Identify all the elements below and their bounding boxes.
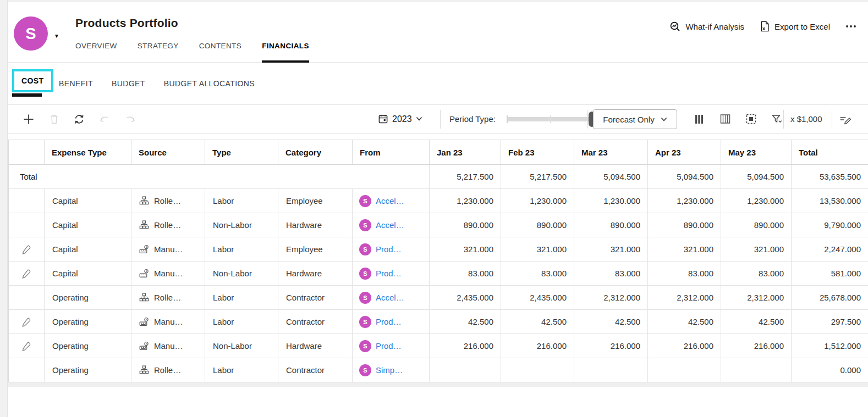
type-cell: Labor [205,237,278,261]
source-label: Rolle… [154,220,181,230]
value-cell-apr[interactable]: 216.000 [647,334,721,358]
tab-budget[interactable]: BUDGET [112,79,145,88]
header-apr-23[interactable]: Apr 23 [647,140,721,164]
edit-values-button[interactable] [839,105,852,133]
freeze-columns-button[interactable] [692,112,706,126]
value-cell-apr[interactable]: 321.000 [647,237,721,261]
value-cell-feb[interactable]: 42.500 [501,310,574,333]
value-cell-apr[interactable] [647,358,721,382]
from-link[interactable]: Accel… [376,196,404,205]
from-link[interactable]: Prod… [376,317,402,326]
row-edit-cell[interactable] [9,237,44,261]
value-cell-jan[interactable]: 890.000 [429,213,501,237]
value-cell-apr[interactable]: 890.000 [647,213,721,237]
header-jan-23[interactable]: Jan 23 [429,140,501,164]
from-link[interactable]: Accel… [376,293,404,302]
value-cell-jan[interactable]: 216.000 [429,334,501,358]
value-cell-mar[interactable]: 321.000 [574,237,647,261]
source-cell: Manu… [131,334,205,358]
value-cell-may[interactable]: 2,312.000 [721,286,791,309]
row-edit-cell[interactable] [9,262,44,285]
value-cell-jan[interactable]: 2,435.000 [429,286,501,309]
undo-button[interactable] [97,112,112,126]
value-cell-feb[interactable]: 2,435.000 [501,286,574,309]
header-expense-type[interactable]: Expense Type [44,140,131,164]
tab-benefit[interactable]: BENEFIT [59,79,93,88]
value-cell-feb[interactable] [501,358,574,382]
header-category[interactable]: Category [278,140,352,164]
value-cell-mar[interactable]: 83.000 [574,262,647,285]
refresh-button[interactable] [72,112,86,126]
value-cell-may[interactable]: 83.000 [721,262,791,285]
more-actions-button[interactable] [845,24,857,29]
from-link[interactable]: Accel… [376,220,404,230]
expense-type-cell: Operating [44,286,131,309]
header-actions: What-if Analysis x Export to Excel [669,20,857,32]
value-cell-apr[interactable]: 42.500 [647,310,721,333]
redo-button[interactable] [123,112,137,126]
row-edit-cell[interactable] [9,334,44,358]
value-cell-may[interactable]: 1,230.000 [721,189,791,213]
row-edit-cell[interactable] [9,358,44,382]
delete-row-button[interactable] [47,112,61,126]
from-link[interactable]: Prod… [376,269,402,278]
cell-selection-button[interactable] [744,112,758,126]
value-cell-jan[interactable]: 83.000 [429,262,501,285]
value-cell-feb[interactable]: 83.000 [501,262,574,285]
what-if-analysis-button[interactable]: What-if Analysis [669,21,744,32]
tab-cost[interactable]: COST [12,69,53,97]
row-edit-cell[interactable] [9,213,44,237]
from-link[interactable]: Prod… [376,244,402,254]
value-cell-feb[interactable]: 216.000 [501,334,574,358]
header-mar-23[interactable]: Mar 23 [574,140,647,164]
header-feb-23[interactable]: Feb 23 [501,140,574,164]
tab-strategy[interactable]: STRATEGY [138,42,179,51]
header-from[interactable]: From [352,140,429,164]
value-cell-jan[interactable]: 1,230.000 [429,189,501,213]
from-link[interactable]: Simp… [376,365,403,375]
header-may-23[interactable]: May 23 [721,140,791,164]
header-source[interactable]: Source [131,140,205,164]
avatar-caret-icon[interactable]: ▼ [54,33,59,39]
value-cell-mar[interactable] [574,358,647,382]
row-edit-cell[interactable] [9,189,44,213]
tab-contents[interactable]: CONTENTS [199,42,241,51]
value-cell-apr[interactable]: 1,230.000 [647,189,721,213]
column-layout-button[interactable] [718,112,732,126]
period-type-slider[interactable] [507,105,594,133]
row-edit-cell[interactable] [9,310,44,333]
value-cell-jan[interactable] [429,358,501,382]
value-cell-mar[interactable]: 1,230.000 [574,189,647,213]
value-cell-mar[interactable]: 890.000 [574,213,647,237]
tab-budget-allocations[interactable]: BUDGET ALLOCATIONS [164,79,255,88]
tab-financials[interactable]: FINANCIALS [262,42,309,51]
value-cell-mar[interactable]: 2,312.000 [574,286,647,309]
from-link[interactable]: Prod… [376,341,402,351]
value-cell-feb[interactable]: 890.000 [501,213,574,237]
magnifier-trend-icon [669,21,681,32]
value-cell-may[interactable]: 890.000 [721,213,791,237]
value-cell-may[interactable]: 321.000 [721,237,791,261]
value-cell-feb[interactable]: 1,230.000 [501,189,574,213]
value-cell-apr[interactable]: 2,312.000 [647,286,721,309]
value-cell-jan[interactable]: 321.000 [429,237,501,261]
year-picker[interactable]: 2023 [378,105,422,133]
value-cell-feb[interactable]: 321.000 [501,237,574,261]
value-cell-may[interactable]: 216.000 [721,334,791,358]
value-cell-jan[interactable]: 42.500 [429,310,501,333]
filter-button[interactable] [770,112,784,126]
header-type[interactable]: Type [205,140,278,164]
portfolio-avatar[interactable]: S [14,16,48,51]
tab-overview[interactable]: OVERVIEW [75,42,117,51]
horizontal-scrollbar[interactable] [8,382,868,387]
add-row-button[interactable] [21,112,36,126]
value-cell-apr[interactable]: 83.000 [647,262,721,285]
header-total[interactable]: Total [791,140,868,164]
value-cell-mar[interactable]: 42.500 [574,310,647,333]
export-to-excel-button[interactable]: x Export to Excel [759,20,830,32]
value-cell-may[interactable] [721,358,791,382]
row-edit-cell[interactable] [9,286,44,309]
forecast-filter-dropdown[interactable]: Forecast Only [593,109,677,129]
value-cell-mar[interactable]: 216.000 [574,334,647,358]
value-cell-may[interactable]: 42.500 [721,310,791,333]
